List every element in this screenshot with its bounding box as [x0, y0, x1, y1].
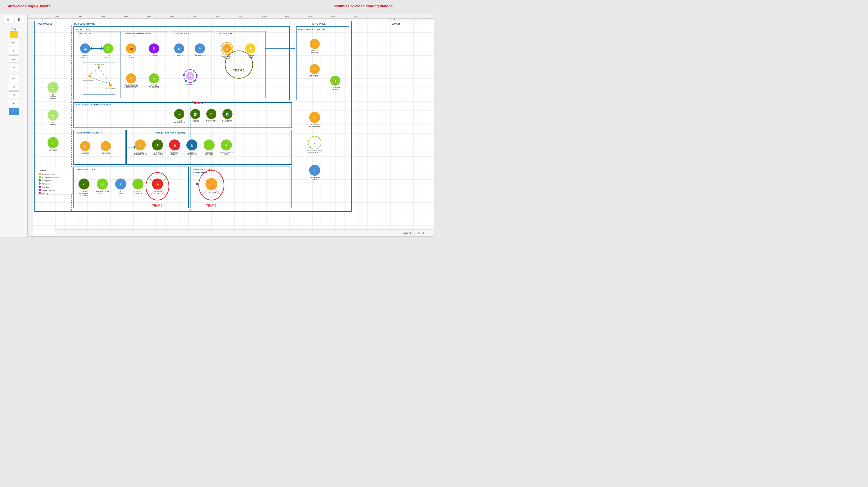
diagram-svg: PUBLIC CLOUD IBM CLOUD PRIVATE ENTERPRIS… — [32, 19, 418, 225]
svg-line-39 — [90, 78, 111, 84]
minimize-toolbar-button[interactable]: ˅ — [9, 108, 19, 115]
next-gen-mgmt-label: NEXT GENERATION MANAGEMENT — [76, 104, 111, 106]
svg-text:⬡: ⬡ — [107, 47, 110, 50]
svg-point-70 — [185, 80, 187, 82]
svg-text:CONTAINER: CONTAINER — [136, 151, 145, 153]
svg-point-210 — [38, 185, 41, 188]
svg-text:Data store: Data store — [42, 183, 50, 185]
svg-text:TRANSFORMATION: TRANSFORMATION — [307, 150, 322, 152]
svg-text:1200: 1200 — [308, 16, 312, 18]
svg-text:SERVICES: SERVICES — [81, 57, 89, 58]
line-button[interactable]: — — [9, 55, 19, 63]
svg-text:IoT: IoT — [52, 122, 54, 123]
svg-point-212 — [38, 189, 41, 191]
ruler-left — [28, 19, 32, 236]
svg-text:🗄: 🗄 — [190, 144, 193, 147]
svg-text:⊕: ⊕ — [153, 78, 155, 80]
svg-text:⚙: ⚙ — [226, 47, 228, 50]
arrow-button[interactable]: → — [9, 64, 19, 71]
svg-text:⬡: ⬡ — [52, 142, 54, 144]
svg-text:↑: ↑ — [208, 144, 210, 147]
rectangle-button[interactable]: ▭ — [9, 39, 19, 46]
svg-text:1000: 1000 — [262, 16, 267, 18]
team2-automation-label: TEAM 2 — [206, 204, 216, 207]
ibm-cloud-private-label: IBM CLOUD PRIVATE — [74, 23, 95, 25]
team1-workloads-label: TEAM 1 — [192, 101, 203, 104]
enterprise-label: ENTERPRISE — [312, 23, 326, 25]
svg-text:SERVICES: SERVICES — [104, 57, 112, 58]
svg-text:REPOSITORY: REPOSITORY — [187, 153, 197, 155]
svg-text:☁: ☁ — [178, 113, 181, 116]
zoom-icon[interactable]: ⊕ — [422, 232, 425, 235]
ellipse-button[interactable]: ○ — [9, 47, 19, 54]
svg-text:▶: ▶ — [84, 145, 86, 148]
svg-text:CLOUD: CLOUD — [50, 98, 56, 99]
developer-automation-label: DEVELOPER AUTOMATION — [298, 28, 325, 31]
svg-text:⚙: ⚙ — [156, 144, 159, 147]
svg-point-204 — [38, 176, 41, 178]
svg-text:300: 300 — [101, 16, 105, 18]
containerized-middleware-label: CONTAINERIZED MIDDLEWARE — [124, 33, 152, 35]
svg-rect-143 — [74, 167, 188, 208]
menu-icon-button[interactable]: ☰ — [3, 16, 13, 23]
expand-icon[interactable]: ⛶ — [427, 232, 430, 235]
status-bar: Page-1 75% ⊕ ⛶ — [55, 229, 434, 236]
svg-rect-57 — [170, 31, 215, 98]
svg-point-34 — [88, 75, 91, 78]
svg-text:SERVICES: SERVICES — [102, 152, 110, 154]
svg-text:SECURITY: SECURITY — [154, 193, 162, 194]
svg-text:MICROSERVICE: MICROSERVICE — [94, 63, 104, 65]
delete-button[interactable]: 🗑 — [14, 16, 24, 23]
svg-text:SERVICES: SERVICES — [49, 149, 57, 151]
svg-text:CONTAINER: CONTAINER — [170, 151, 179, 153]
svg-text:MANAGEMENT: MANAGEMENT — [152, 153, 163, 155]
svg-point-206 — [38, 179, 41, 181]
svg-text:PROVISION: PROVISION — [207, 191, 216, 193]
svg-text:SYSTEMS: SYSTEMS — [80, 194, 88, 196]
svg-text:AUTOMATION: AUTOMATION — [222, 55, 232, 57]
svg-line-38 — [90, 68, 99, 75]
svg-point-32 — [97, 65, 100, 68]
svg-text:⚙: ⚙ — [83, 183, 85, 186]
svg-text:BROKER: BROKER — [311, 52, 318, 53]
svg-text:LOGGING: LOGGING — [192, 120, 199, 122]
ruler-top: 100 200 300 400 500 600 700 800 900 1000… — [28, 14, 434, 19]
svg-text:200: 200 — [78, 16, 82, 18]
svg-text:ORCHESTRATION: ORCHESTRATION — [134, 153, 147, 155]
plus-button[interactable]: + — [9, 100, 19, 107]
svg-text:CLOUD: CLOUD — [177, 120, 182, 122]
svg-rect-72 — [216, 31, 265, 98]
table-button[interactable]: ⊟ — [9, 91, 19, 99]
svg-text:RUNTIME: RUNTIME — [82, 152, 89, 154]
svg-text:Management: Management — [42, 180, 52, 182]
svg-text:☁: ☁ — [84, 47, 87, 50]
svg-text:1400: 1400 — [354, 16, 358, 18]
svg-text:SERVER: SERVER — [128, 57, 134, 58]
svg-text:ENTERPRISE: ENTERPRISE — [310, 177, 320, 178]
svg-text:ROUTING: ROUTING — [134, 191, 142, 192]
svg-text:EXISTING: EXISTING — [81, 191, 88, 192]
grid-button[interactable]: ⊞ — [9, 83, 19, 90]
svg-text:SOURCES: SOURCES — [117, 193, 125, 194]
svg-text:Device capabilities: Device capabilities — [42, 189, 56, 191]
svg-text:MICROSERVICES: MICROSERVICES — [220, 151, 233, 153]
infrastructure-label: INFRASTRUCTURE — [76, 168, 95, 171]
svg-rect-84 — [296, 27, 349, 100]
legend-title: LEGEND — [39, 169, 48, 172]
team1-devops-label: TEAM 1 — [233, 68, 245, 72]
svg-text:📊: 📊 — [226, 112, 229, 116]
svg-text:MIDDLEWARE: MIDDLEWARE — [309, 126, 320, 127]
svg-text:MESH: MESH — [224, 153, 228, 155]
svg-text:MICROSERVICE: MICROSERVICE — [82, 80, 93, 81]
svg-text:SERVICE: SERVICE — [311, 50, 318, 52]
svg-text:PUBLIC: PUBLIC — [50, 96, 56, 97]
toolbar-left: ☰ 🗑 Text ▭ ○ — → ✏ ⊞ ⊟ + ˅ — [0, 14, 28, 237]
svg-text:500: 500 — [147, 16, 151, 18]
grid-canvas[interactable]: PUBLIC CLOUD IBM CLOUD PRIVATE ENTERPRIS… — [32, 19, 434, 236]
svg-text:SERVICES: SERVICES — [134, 193, 142, 194]
svg-text:ENTERPRISE: ENTERPRISE — [79, 193, 89, 194]
pen-button[interactable]: ✏ — [9, 75, 19, 82]
svg-text:⊟: ⊟ — [178, 47, 180, 50]
sticky-note-button[interactable] — [10, 31, 18, 38]
svg-text:🗄: 🗄 — [198, 47, 201, 50]
